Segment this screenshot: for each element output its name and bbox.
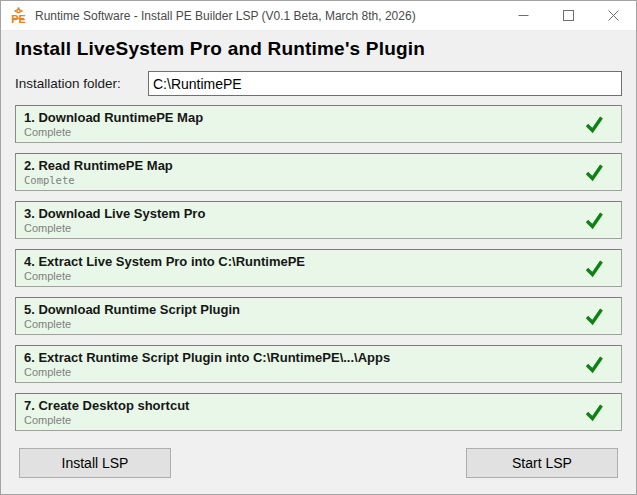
titlebar: PE Runtime Software - Install PE Builder…	[1, 1, 636, 31]
step-title: 1. Download RuntimePE Map	[24, 109, 581, 126]
checkmark-icon	[583, 353, 605, 375]
step-status: Complete	[24, 270, 581, 283]
step-title: 4. Extract Live System Pro into C:\Runti…	[24, 253, 581, 270]
step-title: 3. Download Live System Pro	[24, 205, 581, 222]
step-status: Complete	[24, 414, 581, 427]
maximize-button[interactable]	[546, 1, 591, 31]
step-1-download-runtimepe-map: 1. Download RuntimePE Map Complete	[15, 105, 622, 143]
step-title: 2. Read RuntimePE Map	[24, 157, 581, 174]
installation-folder-label: Installation folder:	[15, 76, 148, 91]
install-lsp-button[interactable]: Install LSP	[19, 448, 171, 478]
checkmark-icon	[583, 257, 605, 279]
step-2-read-runtimepe-map: 2. Read RuntimePE Map Complete	[15, 153, 622, 191]
step-status: Complete	[24, 126, 581, 139]
content-area: Install LiveSystem Pro and Runtime's Plu…	[1, 38, 636, 478]
window-controls	[501, 1, 636, 31]
checkmark-icon	[583, 113, 605, 135]
step-4-extract-live-system-pro: 4. Extract Live System Pro into C:\Runti…	[15, 249, 622, 287]
step-6-extract-runtime-script-plugin: 6. Extract Runtime Script Plugin into C:…	[15, 345, 622, 383]
step-list: 1. Download RuntimePE Map Complete 2. Re…	[15, 105, 622, 431]
step-title: 5. Download Runtime Script Plugin	[24, 301, 581, 318]
app-window: PE Runtime Software - Install PE Builder…	[0, 0, 637, 495]
step-5-download-runtime-script-plugin: 5. Download Runtime Script Plugin Comple…	[15, 297, 622, 335]
window-title: Runtime Software - Install PE Builder LS…	[35, 9, 501, 23]
step-7-create-desktop-shortcut: 7. Create Desktop shortcut Complete	[15, 393, 622, 431]
app-logo-icon: PE	[10, 7, 27, 24]
page-title: Install LiveSystem Pro and Runtime's Plu…	[15, 38, 622, 60]
checkmark-icon	[583, 161, 605, 183]
step-status: Complete	[24, 366, 581, 379]
step-title: 7. Create Desktop shortcut	[24, 397, 581, 414]
step-status: Complete	[24, 174, 581, 187]
installation-folder-row: Installation folder:	[15, 71, 622, 96]
close-button[interactable]	[591, 1, 636, 31]
minimize-button[interactable]	[501, 1, 546, 31]
step-status: Complete	[24, 222, 581, 235]
start-lsp-button[interactable]: Start LSP	[466, 448, 618, 478]
step-status: Complete	[24, 318, 581, 331]
footer-actions: Install LSP Start LSP	[19, 448, 618, 478]
checkmark-icon	[583, 209, 605, 231]
installation-folder-input[interactable]	[148, 71, 622, 96]
checkmark-icon	[583, 305, 605, 327]
step-title: 6. Extract Runtime Script Plugin into C:…	[24, 349, 581, 366]
step-3-download-live-system-pro: 3. Download Live System Pro Complete	[15, 201, 622, 239]
checkmark-icon	[583, 401, 605, 423]
